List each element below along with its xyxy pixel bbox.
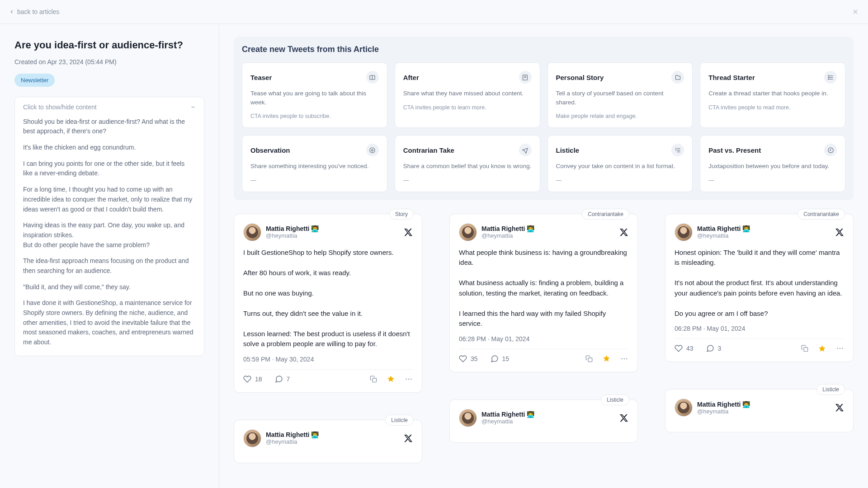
svg-marker-26 [603,356,609,361]
template-card[interactable]: Past vs. Present Juxtaposition between y… [700,135,845,192]
template-title: Thread Starter [708,74,755,81]
template-desc: Convey your take on content in a list fo… [556,162,684,171]
x-logo-icon [835,403,844,412]
reply-icon [706,344,714,352]
x-logo-icon [619,228,628,237]
x-logo-icon [404,228,413,237]
template-icon [671,71,684,84]
templates-title: Create new Tweets from this Article [242,45,845,54]
reply-button[interactable]: 3 [706,344,722,352]
like-count: 35 [471,355,478,362]
svg-marker-21 [387,376,394,382]
tweet-time: 06:28 PM · May 01, 2024 [675,325,844,332]
tweet-body: Honest opinion: The 'build it and they w… [675,248,844,319]
reply-count: 3 [718,345,722,352]
user-handle: @heymattia [481,418,534,425]
template-title: Listicle [556,146,580,154]
heart-icon [675,344,683,352]
copy-button[interactable] [585,355,593,362]
template-cta: CTA invites people to read more. [708,104,837,111]
star-button[interactable] [387,375,395,383]
article-paragraph: It's like the chicken and egg conundrum. [23,143,196,153]
template-icon [824,71,837,84]
tweet-card: Contrariantake Mattia Righetti 👨‍💻 @heym… [665,214,854,362]
svg-point-27 [622,358,623,359]
star-button[interactable] [818,345,826,352]
template-desc: Tease what you are going to talk about t… [250,89,379,107]
tweet-body: I built GestioneShop to help Shopify sto… [243,248,413,349]
template-card[interactable]: Observation Share something interesting … [242,135,387,192]
user-name: Mattia Righetti 👨‍💻 [481,411,534,418]
svg-rect-20 [373,378,377,382]
close-icon [852,8,859,15]
template-card[interactable]: Thread Starter Create a thread starter t… [700,62,845,128]
tweet-column: Contrariantake Mattia Righetti 👨‍💻 @heym… [665,214,854,463]
tweet-time: 05:59 PM · May 30, 2024 [243,356,413,363]
svg-point-12 [828,77,828,77]
like-button[interactable]: 18 [243,375,262,383]
svg-point-33 [840,348,840,349]
reply-icon [491,355,499,363]
template-card[interactable]: Teaser Tease what you are going to talk … [242,62,387,128]
more-button[interactable] [836,344,844,352]
svg-rect-30 [804,347,808,352]
svg-point-11 [828,75,828,76]
article-paragraph: I have done it with GestioneShop, a main… [23,298,196,347]
like-button[interactable]: 35 [459,355,478,363]
x-logo-icon [619,413,628,422]
like-button[interactable]: 43 [675,344,693,352]
user-name: Mattia Righetti 👨‍💻 [266,431,319,438]
template-card[interactable]: Personal Story Tell a story of yourself … [547,62,693,128]
back-to-articles-link[interactable]: back to articles [9,8,59,15]
tweet-card: Story Mattia Righetti 👨‍💻 @heymattia I b… [234,214,422,393]
reply-button[interactable]: 7 [275,375,290,383]
svg-point-15 [370,148,375,153]
article-tag[interactable]: Newsletter [14,74,55,87]
template-desc: Create a thread starter that hooks peopl… [708,89,837,98]
article-paragraph: Should you be idea-first or audience-fir… [23,117,196,136]
avatar [675,399,693,417]
reply-count: 15 [502,355,509,362]
template-desc: Share something interesting you've notic… [250,162,379,171]
reply-button[interactable]: 15 [491,355,509,363]
user-name: Mattia Righetti 👨‍💻 [266,225,319,232]
template-cta: — [403,177,532,183]
tweet-column: Story Mattia Righetti 👨‍💻 @heymattia I b… [234,214,422,463]
x-logo-icon [404,434,413,443]
user-handle: @heymattia [697,232,750,239]
svg-point-23 [408,378,409,379]
svg-point-24 [410,378,411,379]
article-paragraph: I can bring you points for one or the ot… [23,159,196,178]
article-paragraph: "Build it, and they will come," they say… [23,282,196,292]
tweet-footer: 35 15 [459,349,628,363]
avatar [459,223,477,241]
close-button[interactable] [852,8,859,15]
tweet-body: What people think business is: having a … [459,248,628,329]
template-title: Teaser [250,74,272,81]
back-link-label: back to articles [17,8,59,15]
template-card[interactable]: Listicle Convey your take on content in … [547,135,693,192]
template-icon [519,71,532,84]
more-button[interactable] [405,375,413,383]
tweet-label: Story [389,209,414,220]
user-name: Mattia Righetti 👨‍💻 [481,225,534,232]
template-icon [366,71,379,84]
heart-icon [243,375,251,383]
copy-button[interactable] [801,345,808,352]
article-paragraph: For a long time, I thought you had to co… [23,185,196,214]
heart-icon [459,355,467,363]
star-button[interactable] [603,355,610,362]
template-cta: — [556,177,684,183]
template-desc: Share a common belief that you know is w… [403,162,532,171]
template-grid: Teaser Tease what you are going to talk … [242,62,845,192]
reply-icon [275,375,283,383]
tweet-card: Contrariantake Mattia Righetti 👨‍💻 @heym… [449,214,638,372]
content-toggle[interactable]: Click to show/hide content [15,97,204,117]
template-card[interactable]: Contrarian Take Share a common belief th… [395,135,540,192]
template-cta: Make people relate and engage. [556,113,684,119]
tweet-card: Listicle Mattia Righetti 👨‍💻 @heymattia [234,420,422,463]
more-button[interactable] [620,355,628,363]
copy-button[interactable] [370,375,377,383]
tweet-label: Contrariantake [582,209,629,220]
template-card[interactable]: After Share what they have missed about … [395,62,540,128]
